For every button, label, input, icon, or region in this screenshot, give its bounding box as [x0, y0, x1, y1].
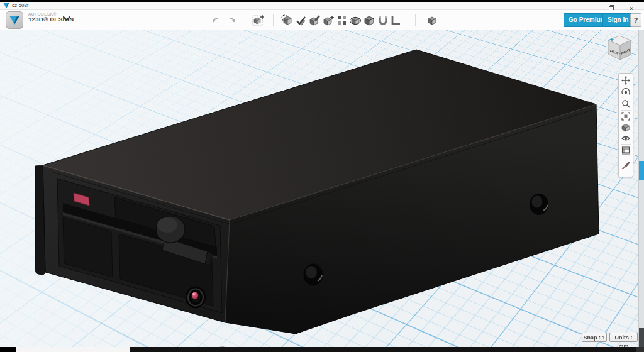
- sign-in-button[interactable]: Sign In: [602, 13, 633, 27]
- shaded-view-icon[interactable]: [621, 123, 630, 132]
- main-toolbar: AUTODESK® 123D® DESIGN: [0, 10, 644, 31]
- construct-tool-icon[interactable]: [308, 14, 321, 28]
- view-cube[interactable]: FRONT RIGHT: [608, 36, 631, 60]
- zoom-icon[interactable]: [621, 99, 630, 108]
- browser-sheet-icon[interactable]: [621, 146, 630, 155]
- material-tool-icon[interactable]: [425, 14, 439, 28]
- app-logo-icon: [3, 3, 9, 8]
- restore-button[interactable]: [604, 2, 619, 9]
- help-button[interactable]: ?: [630, 13, 641, 27]
- close-button[interactable]: ✕: [624, 2, 639, 9]
- screw-hole: [304, 264, 323, 286]
- combine-tool-icon[interactable]: [362, 14, 376, 28]
- fit-view-icon[interactable]: [621, 112, 630, 121]
- model-floppy-drive[interactable]: [35, 50, 599, 347]
- grouping-tool-icon[interactable]: [348, 14, 362, 28]
- redo-icon[interactable]: [224, 14, 238, 28]
- snap-setting-button[interactable]: Snap : 1: [582, 333, 607, 342]
- minimize-button[interactable]: [584, 2, 599, 9]
- snap-magnet-icon[interactable]: [376, 14, 390, 28]
- orbit-icon[interactable]: [621, 88, 630, 97]
- right-scrollbar[interactable]: [638, 30, 644, 347]
- scene-svg: FRONT RIGHT: [0, 30, 644, 347]
- menu-chevron-icon[interactable]: [63, 16, 70, 21]
- visibility-eye-icon[interactable]: [621, 134, 630, 143]
- viewport-canvas[interactable]: FRONT RIGHT: [0, 30, 644, 347]
- measure-ruler-icon[interactable]: [389, 14, 402, 28]
- eject-button: [186, 287, 206, 309]
- taskbar-start-segment[interactable]: [0, 347, 16, 352]
- navigation-palette: [618, 73, 633, 177]
- toolbar-separator: [415, 14, 416, 26]
- scrollbar-thumb[interactable]: [639, 161, 644, 180]
- sketch-tool-icon[interactable]: [294, 14, 308, 28]
- units-setting-button[interactable]: Units : mm: [609, 333, 638, 342]
- autodesk-logo-tile[interactable]: [6, 11, 23, 29]
- pan-icon[interactable]: [621, 76, 630, 85]
- palette-separator: [621, 110, 631, 111]
- toolbar-separator: [273, 14, 274, 26]
- transform-tool-icon[interactable]: [280, 14, 294, 28]
- palette-separator: [621, 144, 631, 145]
- scrollbar-end: [639, 328, 644, 347]
- undo-icon[interactable]: [210, 14, 224, 28]
- app-window: cz-503f ✕ AUTODESK® 123D® DESIGN: [0, 0, 644, 352]
- toolbar-separator: [242, 14, 242, 26]
- modify-tool-icon[interactable]: [321, 14, 335, 28]
- edit-disabled-icon[interactable]: [621, 161, 630, 170]
- autodesk-triangle-icon: [6, 11, 23, 29]
- titlebar[interactable]: cz-503f ✕: [0, 2, 644, 10]
- screw-hole: [530, 194, 548, 215]
- pattern-tool-icon[interactable]: [335, 14, 349, 28]
- insert-primitive-icon[interactable]: [252, 14, 265, 28]
- os-taskbar[interactable]: [0, 347, 644, 352]
- window-title: cz-503f: [12, 3, 28, 8]
- taskbar-tray[interactable]: [636, 347, 644, 352]
- minimize-icon: [589, 9, 594, 9]
- taskbar-active-app[interactable]: [16, 347, 130, 352]
